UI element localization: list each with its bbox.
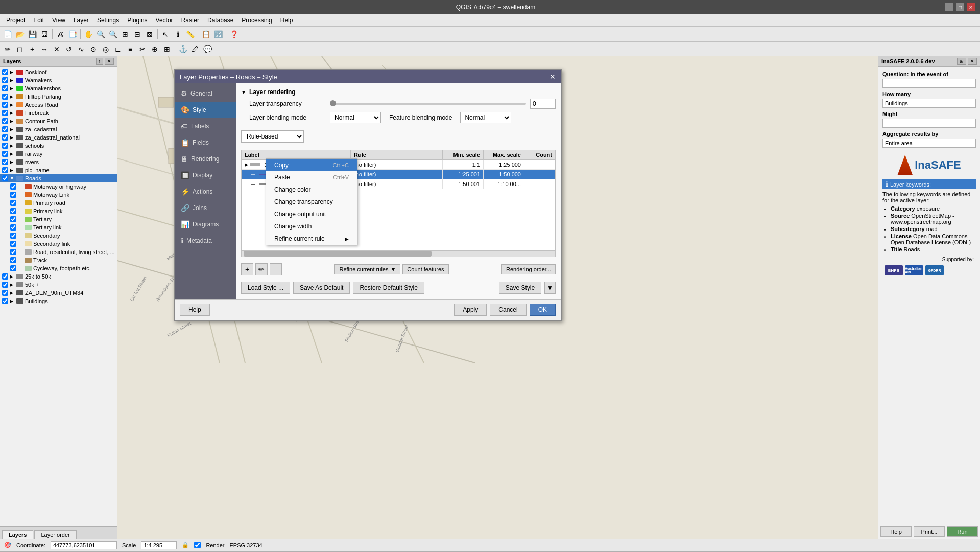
nav-metadata[interactable]: ℹ Metadata <box>175 233 236 249</box>
feature-blending-select[interactable]: Normal Multiply <box>460 112 511 123</box>
col-max: Max. scale <box>484 150 524 159</box>
nav-general-label: General <box>190 90 212 97</box>
dialog-close-button[interactable]: ✕ <box>549 73 556 81</box>
rule-symbol-0 <box>250 163 260 166</box>
ctx-change-output-unit-label: Change output unit <box>274 211 326 218</box>
ctx-paste[interactable]: Paste Ctrl+V <box>266 171 357 183</box>
rendering-order-btn[interactable]: Rendering order... <box>501 264 556 274</box>
nav-fields[interactable]: 📋 Fields <box>175 134 236 151</box>
refine-rules-label: Refine current rules <box>339 266 388 272</box>
nav-labels[interactable]: 🏷 Labels <box>175 118 236 134</box>
dialog-toolbar: + ✏ – Refine current rules ▼ Count featu… <box>241 261 556 278</box>
rule-max-1: 1:50 000 <box>484 170 524 179</box>
col-min: Min. scale <box>443 150 484 159</box>
rendering-order-label: Rendering order... <box>506 266 551 272</box>
layer-properties-dialog: Layer Properties – Roads – Style ✕ ⚙ Gen… <box>174 69 562 321</box>
nav-style[interactable]: 🎨 Style <box>175 102 236 118</box>
col-rule: Rule <box>351 150 443 159</box>
rule-expand-2[interactable]: — <box>251 181 255 187</box>
ctx-copy[interactable]: Copy Ctrl+C <box>266 159 357 171</box>
ctx-copy-label: Copy <box>274 162 289 169</box>
layer-rendering-section: ▼ Layer rendering Layer transparency <box>241 88 556 126</box>
load-style-btn[interactable]: Load Style ... <box>241 282 290 294</box>
style-icon: 🎨 <box>181 106 189 114</box>
nav-general[interactable]: ⚙ General <box>175 85 236 102</box>
nav-fields-label: Fields <box>193 139 209 146</box>
metadata-icon: ℹ <box>181 237 183 245</box>
ctx-change-color-label: Change color <box>274 186 310 193</box>
nav-diagrams-label: Diagrams <box>193 221 219 228</box>
count-features-label: Count features <box>407 266 444 272</box>
dialog-help-btn[interactable]: Help <box>180 304 210 316</box>
labels-icon: 🏷 <box>181 122 188 130</box>
ctx-paste-label: Paste <box>274 174 290 181</box>
transparency-slider[interactable] <box>330 103 526 105</box>
nav-metadata-label: Metadata <box>186 237 212 244</box>
general-icon: ⚙ <box>181 89 187 98</box>
blending-mode-label: Layer blending mode <box>249 114 326 121</box>
blending-mode-select[interactable]: Normal Multiply Screen <box>330 112 381 123</box>
diagrams-icon: 📊 <box>181 220 189 228</box>
transparency-row: Layer transparency <box>249 99 556 109</box>
dialog-cancel-btn[interactable]: Cancel <box>490 304 526 316</box>
edit-rule-btn[interactable]: ✏ <box>255 263 268 275</box>
rule-min-0: 1:1 <box>443 160 484 169</box>
rule-expand-1[interactable]: — <box>251 172 255 177</box>
dialog-apply-btn[interactable]: Apply <box>454 304 487 316</box>
dialog-body: ⚙ General 🎨 Style 🏷 Labels 📋 Fields 🖥 <box>175 83 561 299</box>
dialog-ok-btn[interactable]: OK <box>530 304 556 316</box>
restore-default-btn[interactable]: Restore Default Style <box>353 282 424 294</box>
rule-count-1 <box>524 173 555 176</box>
refine-rules-arrow: ▼ <box>390 266 396 272</box>
rendering-section-title: Layer rendering <box>249 88 296 96</box>
ctx-paste-shortcut: Ctrl+V <box>333 174 349 180</box>
rule-count-0 <box>524 163 555 166</box>
dialog-sidebar: ⚙ General 🎨 Style 🏷 Labels 📋 Fields 🖥 <box>175 83 236 299</box>
ctx-change-transparency[interactable]: Change transparency <box>266 196 357 208</box>
ctx-change-width-label: Change width <box>274 223 312 230</box>
save-style-btn[interactable]: Save Style <box>499 282 541 294</box>
refine-rules-btn[interactable]: Refine current rules ▼ <box>334 264 400 274</box>
rendering-collapse-btn[interactable]: ▼ <box>241 89 246 95</box>
nav-diagrams[interactable]: 📊 Diagrams <box>175 216 236 233</box>
dialog-overlay: Layer Properties – Roads – Style ✕ ⚙ Gen… <box>0 0 980 552</box>
ctx-refine-arrow: ▶ <box>345 236 349 242</box>
rule-max-2: 1:10 00... <box>484 179 524 189</box>
dialog-footer-buttons: Apply Cancel OK <box>454 304 556 316</box>
nav-joins[interactable]: 🔗 Joins <box>175 200 236 216</box>
rendering-section-body: Layer transparency Layer blending mode N… <box>241 99 556 123</box>
rule-rule-1: (no filter) <box>351 170 443 179</box>
add-rule-btn[interactable]: + <box>241 263 253 275</box>
style-buttons: Load Style ... Save As Default Restore D… <box>241 282 556 294</box>
remove-rule-btn[interactable]: – <box>270 263 282 275</box>
fields-icon: 📋 <box>181 139 189 147</box>
transparency-label: Layer transparency <box>249 100 326 107</box>
transparency-value[interactable] <box>530 99 556 109</box>
nav-joins-label: Joins <box>193 204 207 212</box>
rule-table-hscrollbar[interactable] <box>242 250 555 257</box>
rendering-section-header: ▼ Layer rendering <box>241 88 556 96</box>
nav-actions[interactable]: ⚡ Actions <box>175 183 236 200</box>
ctx-change-output-unit[interactable]: Change output unit <box>266 208 357 220</box>
nav-rendering[interactable]: 🖥 Rendering <box>175 151 236 167</box>
ctx-copy-shortcut: Ctrl+C <box>333 162 349 168</box>
ctx-change-width[interactable]: Change width <box>266 220 357 233</box>
ctx-refine-rule[interactable]: Refine current rule ▶ <box>266 233 357 245</box>
nav-actions-label: Actions <box>193 188 212 195</box>
nav-display-label: Display <box>193 172 212 179</box>
dialog-titlebar: Layer Properties – Roads – Style ✕ <box>175 70 561 83</box>
ctx-change-color[interactable]: Change color <box>266 183 357 196</box>
save-style-arrow[interactable]: ▼ <box>544 282 556 294</box>
rule-rule-2: (no filter) <box>351 179 443 189</box>
count-features-btn[interactable]: Count features <box>402 264 448 274</box>
display-icon: 🔲 <box>181 171 189 179</box>
nav-style-label: Style <box>193 106 206 113</box>
rule-expand-0[interactable]: ▶ <box>245 162 248 167</box>
dialog-title: Layer Properties – Roads – Style <box>180 73 277 81</box>
rule-based-select-row: Rule-based Single symbol Categorized Gra… <box>241 130 556 143</box>
context-menu: Copy Ctrl+C Paste Ctrl+V Change color Ch… <box>266 158 357 245</box>
rule-based-select[interactable]: Rule-based Single symbol Categorized Gra… <box>241 130 304 143</box>
ctx-change-transparency-label: Change transparency <box>274 198 333 205</box>
save-as-default-btn[interactable]: Save As Default <box>293 282 350 294</box>
nav-display[interactable]: 🔲 Display <box>175 167 236 183</box>
